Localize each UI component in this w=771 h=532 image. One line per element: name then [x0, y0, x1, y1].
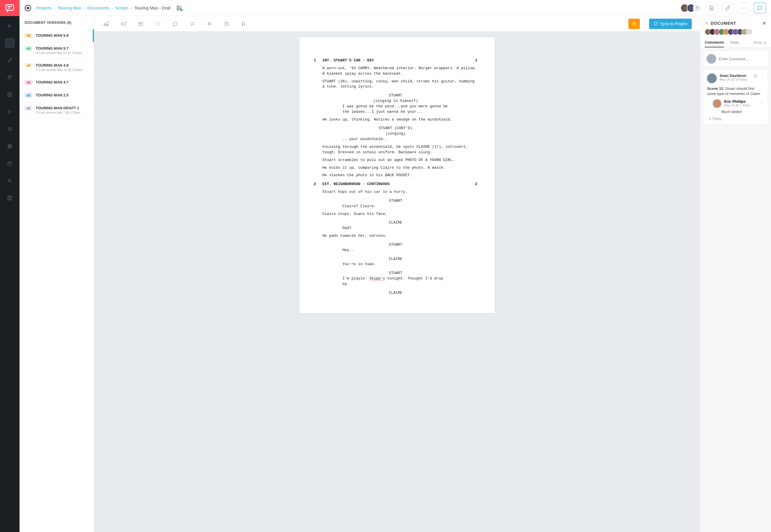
character-cue[interactable]: STUART (CONT'D) — [314, 126, 477, 131]
version-item[interactable]: v5 TOURING MAN 5.7 ⟳ Last synced Mar 22 … — [20, 42, 94, 59]
scene-heading[interactable]: 2EXT. NEIGHBORHOOD - CONTINUOUS2 — [314, 182, 477, 187]
character-cue[interactable]: STUART — [314, 198, 477, 204]
reply-action[interactable]: ↳ Reply... — [707, 117, 764, 121]
version-item[interactable]: v2 TOURING MAN 2.5 — [20, 89, 94, 102]
reply-avatar — [713, 99, 721, 108]
back-arrow-icon[interactable] — [5, 21, 14, 30]
dialogue-line[interactable]: Claire? Claire. — [314, 204, 477, 209]
action-line[interactable]: He pads towards her, nervous. — [314, 233, 477, 239]
resolve-icon[interactable] — [753, 73, 758, 79]
transition-icon[interactable] — [188, 20, 196, 28]
document-collaborators — [700, 29, 771, 38]
panels-icon[interactable] — [5, 90, 14, 99]
lock-button[interactable] — [628, 19, 640, 29]
collaborator-avatars — [680, 4, 702, 12]
comment-body: Scene 12: Stuart should find some type o… — [707, 86, 764, 96]
tab-tasks[interactable]: Tasks — [730, 38, 739, 47]
calendar-icon[interactable] — [5, 159, 14, 168]
script-page[interactable]: 1INT. STUART'S CAR - DAY1A worn-out, '93… — [300, 37, 495, 313]
version-name: TOURING MAN 4.7 — [36, 80, 69, 84]
character-cue[interactable]: CLAIRE — [314, 257, 477, 262]
dialogue-line[interactable]: Hey.. — [314, 248, 477, 253]
aperture-icon[interactable] — [5, 142, 14, 151]
more-button[interactable] — [738, 3, 750, 13]
comment-avatar — [707, 73, 717, 83]
version-item[interactable]: v4 TOURING MAN 4.8 ⟳ Last synced May 10 … — [20, 59, 94, 76]
action-line[interactable]: He looks up, thinking. Notices a smudge … — [314, 117, 477, 123]
people-icon[interactable] — [5, 73, 14, 82]
svg-text:2: 2 — [242, 24, 243, 26]
comments-panel-button[interactable] — [754, 3, 766, 13]
add-collaborator-button[interactable] — [693, 4, 702, 12]
comment-menu-icon[interactable]: ⋮ — [760, 73, 764, 79]
project-stamp-icon — [25, 5, 31, 11]
text-lines-icon[interactable] — [205, 20, 213, 28]
version-sync-info: ⟳ Last synced Mar 1 @ 1:21pm — [36, 111, 80, 114]
link-button[interactable] — [722, 3, 734, 13]
mask-icon[interactable] — [137, 20, 145, 28]
reply-menu-icon[interactable]: ⋮ — [760, 99, 764, 105]
parenthetical[interactable]: (singing to himself) — [314, 98, 477, 104]
character-cue[interactable]: CLAIRE — [314, 290, 477, 296]
version-badge: v5 — [25, 46, 32, 51]
comment-date: May 24 @ 10:55am — [720, 78, 747, 81]
show-toggle[interactable]: Show — [753, 38, 766, 47]
sync-button[interactable]: Sync to Project — [649, 19, 692, 29]
reply-body: Much better! — [721, 110, 764, 114]
project-thumbnail[interactable] — [5, 38, 14, 48]
dialogue-line[interactable]: You're in town. — [314, 262, 477, 267]
action-line[interactable]: He stashes the photo in his BACK POCKET. — [314, 173, 477, 178]
close-icon[interactable]: ✕ — [762, 20, 766, 26]
character-cue[interactable]: CLAIRE — [314, 220, 477, 226]
version-item[interactable]: v1 TOURING MAN DRAFT 1 ⟳ Last synced Mar… — [20, 102, 94, 119]
collaborator-avatar[interactable] — [746, 29, 752, 35]
version-name: TOURING MAN 5.7 — [36, 46, 82, 51]
version-item[interactable]: v6 TOURING MAN 5.8 — [20, 29, 94, 42]
character-cue[interactable]: STUART — [314, 271, 477, 276]
note-icon[interactable] — [223, 20, 231, 28]
dialogue-line[interactable]: ...your windshield.. — [314, 137, 477, 142]
breadcrumb-link[interactable]: Documents — [88, 5, 109, 10]
action-line[interactable]: Stuart hops out of his car in a hurry. — [314, 189, 477, 195]
tab-comments[interactable]: Comments — [705, 38, 724, 47]
version-badge: v4 — [25, 63, 32, 68]
svg-rect-3 — [8, 93, 9, 96]
dialogue-line[interactable]: I'm playin' Skipp's tonight. Thought I'd… — [314, 276, 477, 287]
right-panel: ✎ DOCUMENT ✕ Comments Tasks Show — [700, 16, 771, 532]
scene-numbers-icon[interactable]: 12 — [240, 20, 248, 28]
breadcrumb-link[interactable]: Projects — [36, 5, 52, 10]
parenthetical[interactable]: (singing) — [314, 131, 477, 137]
sliders-icon[interactable] — [5, 176, 14, 185]
breadcrumb-link[interactable]: Touring Man — [58, 5, 81, 10]
export-button[interactable] — [706, 3, 718, 13]
svg-point-12 — [745, 7, 745, 8]
pencil-icon[interactable] — [5, 56, 14, 65]
svg-point-13 — [107, 22, 108, 23]
ellipse-icon[interactable] — [154, 20, 162, 28]
action-line[interactable]: He holds it up, comparing Claire to the … — [314, 165, 477, 171]
book-icon[interactable] — [5, 193, 14, 203]
action-line[interactable]: Focusing through the windshield, he spot… — [314, 144, 477, 155]
speech-icon[interactable] — [171, 20, 179, 28]
action-line[interactable]: Stuart scrambles to pull out an aged PHO… — [314, 158, 477, 163]
character-cue[interactable]: STUART — [314, 93, 477, 98]
action-line[interactable]: STUART (36), unwitting, cocky, man child… — [314, 79, 477, 90]
dialogue-line[interactable]: I was gonna be the wind...and you were g… — [314, 104, 477, 115]
scene-image-icon[interactable] — [102, 20, 110, 28]
dialogue-line[interactable]: Dad? — [314, 226, 477, 231]
app-logo[interactable] — [0, 0, 20, 16]
version-item[interactable]: v3 TOURING MAN 4.7 — [20, 76, 94, 89]
action-line[interactable]: A worn-out, '93 CAMRY. Weathered interio… — [314, 66, 477, 77]
action-line[interactable]: Claire stops. Scans his face. — [314, 211, 477, 217]
scene-heading[interactable]: 1INT. STUART'S CAR - DAY1 — [314, 58, 477, 63]
character-cue[interactable]: STUART — [314, 242, 477, 248]
comment-text-field[interactable] — [719, 57, 767, 61]
breadcrumb-current: Touring Man - Draf.. — [134, 5, 172, 10]
list-icon[interactable] — [5, 125, 14, 134]
save-status-icon — [176, 5, 182, 11]
version-badge: v1 — [25, 106, 32, 110]
comment-input[interactable] — [704, 51, 768, 67]
breadcrumb-link[interactable]: Scripts — [115, 5, 129, 10]
flow-icon[interactable] — [5, 107, 14, 117]
announcement-icon[interactable] — [119, 20, 127, 28]
